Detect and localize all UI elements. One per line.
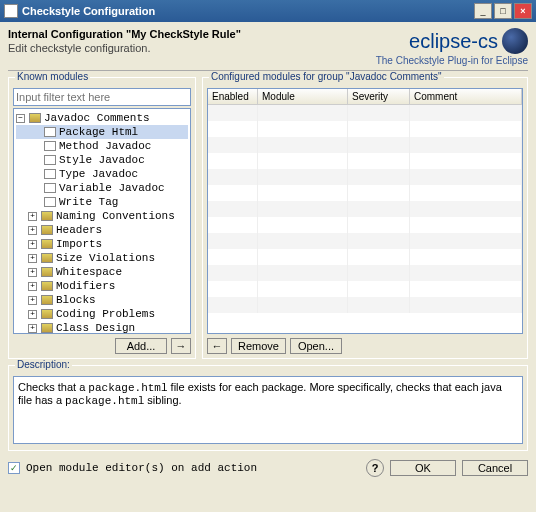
folder-icon [41, 281, 53, 291]
description-group: Description: Checks that a package.html … [8, 365, 528, 451]
tree-item-package-html[interactable]: Package Html [16, 125, 188, 139]
table-row[interactable] [208, 105, 522, 121]
open-button[interactable]: Open... [290, 338, 342, 354]
folder-icon [41, 295, 53, 305]
open-editor-label: Open module editor(s) on add action [26, 462, 360, 474]
expander-icon[interactable]: + [28, 324, 37, 333]
ok-button[interactable]: OK [390, 460, 456, 476]
arrow-left-button[interactable]: ← [207, 338, 227, 354]
module-icon [44, 197, 56, 207]
folder-icon [41, 211, 53, 221]
column-severity[interactable]: Severity [348, 89, 410, 104]
configured-modules-group: Configured modules for group "Javadoc Co… [202, 77, 528, 359]
module-tree[interactable]: −Javadoc CommentsPackage HtmlMethod Java… [13, 108, 191, 334]
tree-item-style-javadoc[interactable]: Style Javadoc [16, 153, 188, 167]
folder-icon [41, 225, 53, 235]
table-body [208, 105, 522, 321]
module-icon [44, 155, 56, 165]
configured-modules-title: Configured modules for group "Javadoc Co… [209, 71, 444, 82]
minimize-button[interactable]: _ [474, 3, 492, 19]
module-icon [44, 127, 56, 137]
tree-category-naming-conventions[interactable]: +Naming Conventions [16, 209, 188, 223]
window-title: Checkstyle Configuration [22, 5, 472, 17]
table-row[interactable] [208, 201, 522, 217]
expander-icon[interactable]: + [28, 282, 37, 291]
tree-category-headers[interactable]: +Headers [16, 223, 188, 237]
brand-orb-icon [502, 28, 528, 54]
tree-category-imports[interactable]: +Imports [16, 237, 188, 251]
filter-input[interactable] [13, 88, 191, 106]
column-enabled[interactable]: Enabled [208, 89, 258, 104]
column-module[interactable]: Module [258, 89, 348, 104]
page-title: Internal Configuration "My CheckStyle Ru… [8, 28, 376, 40]
tree-category-blocks[interactable]: +Blocks [16, 293, 188, 307]
tree-category-whitespace[interactable]: +Whitespace [16, 265, 188, 279]
tree-item-write-tag[interactable]: Write Tag [16, 195, 188, 209]
add-button[interactable]: Add... [115, 338, 167, 354]
open-editor-checkbox[interactable]: ✓ [8, 462, 20, 474]
table-row[interactable] [208, 185, 522, 201]
table-row[interactable] [208, 249, 522, 265]
expander-icon[interactable]: + [28, 310, 37, 319]
table-row[interactable] [208, 121, 522, 137]
page-subtitle: Edit checkstyle configuration. [8, 42, 376, 54]
tree-item-type-javadoc[interactable]: Type Javadoc [16, 167, 188, 181]
table-row[interactable] [208, 153, 522, 169]
brand-name: eclipse-cs [409, 30, 498, 53]
tree-item-variable-javadoc[interactable]: Variable Javadoc [16, 181, 188, 195]
folder-icon [41, 323, 53, 333]
tree-category-javadoc[interactable]: −Javadoc Comments [16, 111, 188, 125]
description-title: Description: [15, 359, 72, 370]
window-titlebar: Checkstyle Configuration _ □ × [0, 0, 536, 22]
module-icon [44, 141, 56, 151]
table-row[interactable] [208, 169, 522, 185]
expander-icon[interactable]: + [28, 268, 37, 277]
column-comment[interactable]: Comment [410, 89, 522, 104]
brand-logo: eclipse-cs The Checkstyle Plug-in for Ec… [376, 28, 528, 66]
folder-icon [41, 253, 53, 263]
folder-icon [41, 267, 53, 277]
tree-item-method-javadoc[interactable]: Method Javadoc [16, 139, 188, 153]
module-icon [44, 169, 56, 179]
tree-category-coding-problems[interactable]: +Coding Problems [16, 307, 188, 321]
modules-table[interactable]: Enabled Module Severity Comment [207, 88, 523, 334]
description-text: Checks that a package.html file exists f… [13, 376, 523, 444]
table-row[interactable] [208, 281, 522, 297]
expander-icon[interactable]: + [28, 212, 37, 221]
expander-icon[interactable]: + [28, 240, 37, 249]
expander-icon[interactable]: + [28, 296, 37, 305]
tree-category-size-violations[interactable]: +Size Violations [16, 251, 188, 265]
table-row[interactable] [208, 265, 522, 281]
tree-category-class-design[interactable]: +Class Design [16, 321, 188, 334]
help-button[interactable]: ? [366, 459, 384, 477]
table-row[interactable] [208, 233, 522, 249]
expander-icon[interactable]: + [28, 226, 37, 235]
module-icon [44, 183, 56, 193]
folder-icon [41, 309, 53, 319]
table-row[interactable] [208, 217, 522, 233]
close-button[interactable]: × [514, 3, 532, 19]
known-modules-group: Known modules −Javadoc CommentsPackage H… [8, 77, 196, 359]
arrow-right-button[interactable]: → [171, 338, 191, 354]
known-modules-title: Known modules [15, 71, 90, 82]
tree-category-modifiers[interactable]: +Modifiers [16, 279, 188, 293]
table-row[interactable] [208, 137, 522, 153]
remove-button[interactable]: Remove [231, 338, 286, 354]
folder-icon [29, 113, 41, 123]
expander-icon[interactable]: + [28, 254, 37, 263]
folder-icon [41, 239, 53, 249]
expander-icon[interactable]: − [16, 114, 25, 123]
maximize-button[interactable]: □ [494, 3, 512, 19]
cancel-button[interactable]: Cancel [462, 460, 528, 476]
window-icon [4, 4, 18, 18]
table-row[interactable] [208, 297, 522, 313]
brand-tagline: The Checkstyle Plug-in for Eclipse [376, 55, 528, 66]
